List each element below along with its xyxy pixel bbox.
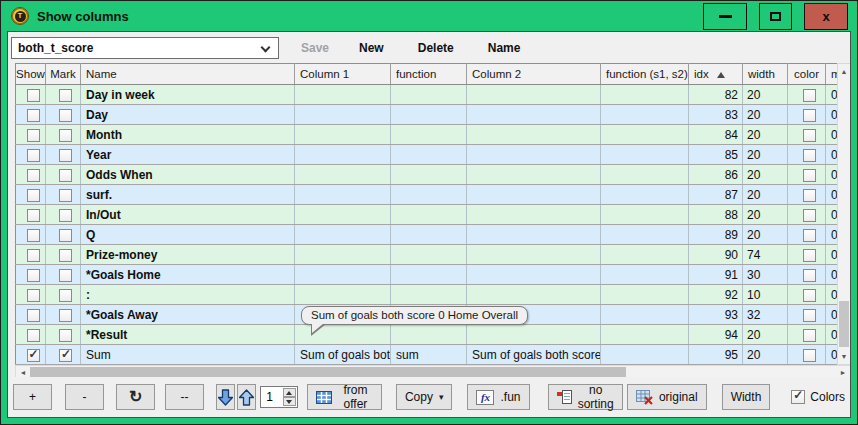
scroll-right-icon[interactable]: ► — [836, 369, 850, 376]
table-row[interactable]: *Goals Home91300. — [16, 265, 838, 285]
header-m[interactable]: m — [826, 64, 838, 85]
color-checkbox[interactable] — [803, 229, 816, 242]
mark-checkbox[interactable] — [59, 229, 72, 242]
header-function-s1s2[interactable]: function (s1, s2) — [601, 64, 689, 85]
show-checkbox[interactable] — [27, 189, 40, 202]
show-checkbox[interactable] — [27, 309, 40, 322]
table-row[interactable]: Month84200. — [16, 125, 838, 145]
color-checkbox[interactable] — [803, 149, 816, 162]
table-row[interactable]: Q89200. — [16, 225, 838, 245]
mark-checkbox[interactable] — [59, 269, 72, 282]
minimize-button[interactable] — [703, 3, 747, 30]
refresh-button[interactable]: ↻ — [116, 384, 155, 410]
tooltip: Sum of goals both score 0 Home Overall — [301, 306, 528, 325]
vertical-scrollbar-thumb[interactable] — [839, 301, 849, 347]
remove-all-button[interactable]: -- — [165, 384, 204, 410]
mark-checkbox[interactable] — [59, 169, 72, 182]
move-down-button[interactable] — [216, 384, 235, 410]
spinner-down-button[interactable] — [283, 397, 296, 406]
add-button[interactable]: + — [13, 384, 52, 410]
width-button[interactable]: Width — [722, 384, 771, 410]
titlebar[interactable]: T Show columns x — [1, 1, 857, 31]
show-checkbox[interactable] — [27, 89, 40, 102]
color-checkbox[interactable] — [803, 349, 816, 362]
mark-checkbox[interactable] — [59, 289, 72, 302]
show-checkbox[interactable] — [27, 209, 40, 222]
color-checkbox[interactable] — [803, 189, 816, 202]
color-checkbox[interactable] — [803, 129, 816, 142]
show-checkbox[interactable] — [27, 169, 40, 182]
mark-checkbox[interactable]: ✓ — [59, 349, 72, 362]
show-checkbox[interactable] — [27, 149, 40, 162]
table-row[interactable]: *Result94200. — [16, 325, 838, 345]
mark-checkbox[interactable] — [59, 129, 72, 142]
mark-checkbox[interactable] — [59, 209, 72, 222]
show-checkbox[interactable] — [27, 269, 40, 282]
header-idx[interactable]: idx — [689, 64, 743, 85]
mark-checkbox[interactable] — [59, 329, 72, 342]
show-checkbox[interactable] — [27, 329, 40, 342]
color-checkbox[interactable] — [803, 249, 816, 262]
vertical-scrollbar[interactable]: ▲ ▼ — [837, 63, 851, 365]
show-checkbox[interactable] — [27, 289, 40, 302]
color-checkbox[interactable] — [803, 89, 816, 102]
name-button[interactable]: Name — [488, 41, 521, 55]
mark-checkbox[interactable] — [59, 249, 72, 262]
color-checkbox[interactable] — [803, 169, 816, 182]
header-mark[interactable]: Mark — [46, 64, 81, 85]
mark-checkbox[interactable] — [59, 309, 72, 322]
scroll-down-icon[interactable]: ▼ — [838, 349, 850, 364]
color-checkbox[interactable] — [803, 109, 816, 122]
scroll-up-icon[interactable]: ▲ — [838, 64, 850, 79]
from-offer-button[interactable]: from offer — [307, 384, 382, 410]
move-up-button[interactable] — [237, 384, 256, 410]
color-checkbox[interactable] — [803, 329, 816, 342]
spinner-up-button[interactable] — [283, 388, 296, 397]
color-checkbox[interactable] — [803, 309, 816, 322]
show-checkbox[interactable] — [27, 129, 40, 142]
show-checkbox[interactable]: ✓ — [27, 349, 40, 362]
table-row[interactable]: Day83200. — [16, 105, 838, 125]
no-sorting-button[interactable]: no sorting — [548, 384, 623, 410]
original-button[interactable]: original — [627, 384, 707, 410]
table-row[interactable]: In/Out88200. — [16, 205, 838, 225]
mark-checkbox[interactable] — [59, 149, 72, 162]
mark-checkbox[interactable] — [59, 89, 72, 102]
horizontal-scrollbar-thumb[interactable] — [30, 367, 626, 377]
maximize-button[interactable] — [759, 3, 792, 30]
header-column2[interactable]: Column 2 — [467, 64, 601, 85]
show-checkbox[interactable] — [27, 109, 40, 122]
header-function[interactable]: function — [391, 64, 467, 85]
show-checkbox[interactable] — [27, 249, 40, 262]
table-row[interactable]: Day in week82200. — [16, 85, 838, 105]
copy-button[interactable]: Copy ▾ — [396, 384, 453, 410]
bottom-toolbar: + - ↻ -- 1 — [8, 377, 850, 417]
new-button[interactable]: New — [359, 41, 384, 55]
colors-checkbox[interactable]: ✓ — [791, 390, 805, 404]
row-spinner[interactable]: 1 — [260, 386, 298, 408]
table-row[interactable]: Odds When86200. — [16, 165, 838, 185]
color-checkbox[interactable] — [803, 289, 816, 302]
table-row[interactable]: ✓✓SumSum of goals botsumSum of goals bot… — [16, 345, 838, 365]
header-color[interactable]: color — [788, 64, 826, 85]
close-button[interactable]: x — [804, 3, 848, 30]
mark-checkbox[interactable] — [59, 109, 72, 122]
color-checkbox[interactable] — [803, 209, 816, 222]
show-checkbox[interactable] — [27, 229, 40, 242]
delete-button[interactable]: Delete — [418, 41, 454, 55]
header-name[interactable]: Name — [81, 64, 295, 85]
profile-combobox[interactable]: both_t_score — [11, 37, 279, 59]
mark-checkbox[interactable] — [59, 189, 72, 202]
table-row[interactable]: :92100. — [16, 285, 838, 305]
color-checkbox[interactable] — [803, 269, 816, 282]
table-row[interactable]: Prize-money90740. — [16, 245, 838, 265]
header-column1[interactable]: Column 1 — [295, 64, 391, 85]
scroll-left-icon[interactable]: ◄ — [16, 369, 30, 376]
table-row[interactable]: Year85200. — [16, 145, 838, 165]
fun-button[interactable]: fx .fun — [467, 384, 529, 410]
remove-button[interactable]: - — [65, 384, 104, 410]
header-show[interactable]: Show — [16, 64, 46, 85]
color-checkbox-cell — [788, 125, 826, 145]
header-width[interactable]: width — [743, 64, 788, 85]
table-row[interactable]: surf.87200. — [16, 185, 838, 205]
